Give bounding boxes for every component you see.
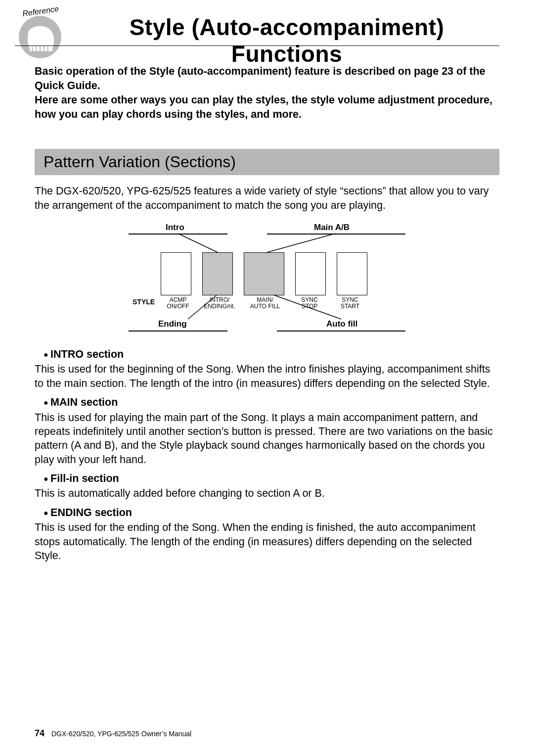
footer-manual: DGX-620/520, YPG-625/525 Owner’s Manual [51,730,191,738]
section-heading: Pattern Variation (Sections) [35,149,499,175]
caption-sync-stop: SYNC STOP [296,297,323,309]
diagram-button-row [161,252,367,295]
def-head-fillin: Fill-in section [44,472,499,485]
section-intro: The DGX-620/520, YPG-625/525 features a … [35,184,499,213]
def-head-main: MAIN section [44,395,499,409]
button-sync-stop [295,252,326,295]
diagram-rule-bottom-left [129,331,227,331]
diagram-rule-bottom-right [277,331,405,331]
footer: 74 DGX-620/520, YPG-625/525 Owner’s Manu… [35,728,191,739]
svg-line-7 [267,234,335,252]
piano-icon [26,25,56,53]
caption-text: STOP [302,303,317,310]
caption-main: MAIN/ AUTO FILL [245,297,285,309]
definitions: INTRO section This is used for the begin… [35,347,499,563]
caption-intro: INTRO/ ENDING/rit. [200,297,239,309]
def-body-fillin: This is automatically added before chang… [35,486,499,500]
svg-line-6 [178,234,218,252]
def-head-ending: ENDING section [44,506,499,520]
diagram-label-ending: Ending [158,319,187,329]
svg-rect-0 [30,47,53,51]
page: Reference Style (Auto-accompaniment) Fun… [0,0,534,756]
page-number: 74 [35,728,44,738]
style-sections-diagram: Intro Main A/B STYLE ACMP ON/OFF [129,223,405,336]
diagram-style-label: STYLE [133,298,155,306]
page-title: Style (Auto-accompaniment) Functions [74,14,499,67]
def-body-ending: This is used for the ending of the Song.… [35,520,499,563]
reference-badge: Reference [14,6,63,55]
lead-paragraph: Basic operation of the Style (auto-accom… [35,64,499,122]
caption-acmp: ACMP ON/OFF [164,297,192,309]
diagram-label-autofill: Auto fill [326,319,357,329]
caption-text: AUTO FILL [250,303,280,310]
button-main-autofill [244,252,284,295]
caption-text: ENDING/rit. [204,303,235,310]
header-rule [15,46,499,46]
caption-text: ON/OFF [167,303,189,310]
button-sync-start [337,252,367,295]
button-intro-ending [202,252,233,295]
def-body-intro: This is used for the beginning of the So… [35,362,499,390]
caption-sync-start: SYNC START [336,297,364,309]
def-body-main: This is used for playing the main part o… [35,411,499,467]
def-head-intro: INTRO section [44,347,499,361]
button-acmp [161,252,191,295]
caption-text: START [341,303,359,310]
